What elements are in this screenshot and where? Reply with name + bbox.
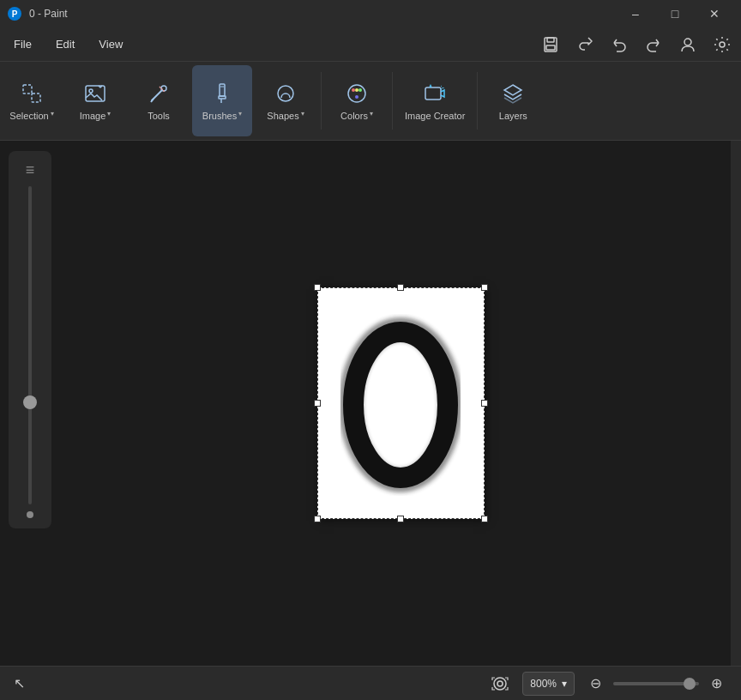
- handle-top-left[interactable]: [314, 284, 321, 291]
- user-button[interactable]: [672, 31, 703, 58]
- zoom-value: 800%: [530, 678, 557, 690]
- undo-icon: [611, 36, 628, 53]
- brushes-label: Brushes: [202, 111, 237, 121]
- title-bar-title: 0 - Paint: [29, 8, 609, 20]
- minimize-button[interactable]: –: [616, 0, 655, 27]
- zoom-slider-thumb[interactable]: [23, 395, 37, 409]
- handle-bottom-left[interactable]: [314, 516, 321, 522]
- app-icon: P: [7, 6, 22, 21]
- zoom-slider-track[interactable]: [28, 186, 32, 504]
- menu-view[interactable]: View: [88, 34, 133, 54]
- scrollbar-right[interactable]: [731, 141, 741, 666]
- zoom-slider-container: ≡: [9, 151, 51, 528]
- selection-icon-container: [20, 81, 44, 106]
- maximize-button[interactable]: □: [655, 0, 695, 27]
- image-label: Image: [80, 111, 106, 121]
- layers-label: Layers: [499, 111, 527, 121]
- zoom-dropdown-chevron: ▾: [562, 678, 567, 690]
- svg-rect-7: [23, 85, 32, 94]
- menu-file[interactable]: File: [3, 34, 42, 54]
- zoom-horizontal-thumb[interactable]: [684, 678, 696, 690]
- ribbon-group-layers[interactable]: Layers: [483, 65, 543, 136]
- ribbon-sep-2: [392, 72, 393, 130]
- colors-icon: [345, 81, 369, 106]
- brushes-chevron: ▾: [238, 110, 242, 118]
- ribbon-group-selection[interactable]: Selection ▾: [2, 65, 62, 136]
- canvas-area[interactable]: [60, 141, 741, 666]
- svg-point-19: [352, 88, 355, 92]
- handle-bottom-right[interactable]: [481, 516, 488, 522]
- undo-button[interactable]: [604, 31, 635, 58]
- image-creator-label: Image Creator: [405, 111, 465, 121]
- shapes-icon-container: [274, 81, 298, 106]
- tools-label: Tools: [148, 111, 170, 121]
- status-bar: ↖ 800% ▾ ⊖ ⊕: [0, 666, 741, 700]
- brushes-icon: [210, 81, 234, 106]
- shapes-icon: [274, 81, 298, 106]
- zoom-select[interactable]: 800% ▾: [522, 672, 575, 696]
- brushes-icon-container: [210, 81, 234, 106]
- image-icon: [83, 81, 107, 106]
- svg-point-6: [720, 42, 725, 47]
- selection-icon: [20, 81, 44, 106]
- ribbon-group-image-creator[interactable]: Image Creator: [398, 65, 472, 136]
- save-button[interactable]: [535, 31, 566, 58]
- zoom-plus-button[interactable]: ⊕: [706, 673, 727, 693]
- paint-canvas-wrapper: [317, 287, 485, 519]
- ribbon-group-colors[interactable]: Colors ▾: [327, 65, 387, 136]
- handle-top-right[interactable]: [481, 284, 488, 291]
- zoom-minus-button[interactable]: ⊖: [585, 673, 606, 693]
- gear-icon: [714, 36, 731, 53]
- svg-rect-3: [547, 38, 554, 42]
- menu-edit[interactable]: Edit: [45, 34, 85, 54]
- svg-rect-4: [546, 45, 555, 50]
- redo-button[interactable]: [638, 31, 669, 58]
- zoom-horizontal-slider[interactable]: [613, 682, 699, 685]
- svg-rect-8: [32, 94, 40, 102]
- svg-point-30: [497, 681, 503, 686]
- handle-top-middle[interactable]: [397, 284, 404, 291]
- close-button[interactable]: ✕: [695, 0, 734, 27]
- selection-chevron: ▾: [51, 110, 54, 118]
- share-button[interactable]: [569, 31, 600, 58]
- main-area: ≡: [0, 141, 741, 666]
- menu-bar: File Edit View: [0, 27, 741, 62]
- capture-icon: [491, 675, 509, 692]
- svg-rect-16: [219, 96, 226, 99]
- ribbon-group-shapes[interactable]: Shapes ▾: [256, 65, 316, 136]
- image-creator-icon-container: [423, 81, 447, 106]
- svg-point-28: [368, 351, 416, 447]
- shapes-chevron: ▾: [301, 110, 304, 118]
- image-creator-icon: [423, 81, 447, 106]
- menu-right-actions: [535, 31, 738, 58]
- tools-icon: [147, 81, 171, 106]
- handle-bottom-middle[interactable]: [397, 516, 404, 522]
- ribbon-group-brushes[interactable]: Brushes ▾: [192, 65, 252, 136]
- title-bar-controls: – □ ✕: [616, 0, 734, 27]
- ribbon-sep-3: [477, 72, 478, 130]
- ribbon-group-tools[interactable]: Tools: [129, 65, 189, 136]
- canvas-drawing: [317, 287, 485, 519]
- share-icon: [576, 36, 593, 53]
- title-bar: P 0 - Paint – □ ✕: [0, 0, 741, 27]
- paint-canvas[interactable]: [317, 287, 485, 519]
- cursor-icon: ↖: [14, 675, 25, 691]
- layers-icon: [501, 81, 525, 106]
- ribbon-group-image[interactable]: Image ▾: [65, 65, 125, 136]
- user-icon: [679, 36, 696, 53]
- svg-point-10: [89, 89, 93, 93]
- shapes-label: Shapes: [267, 111, 298, 121]
- svg-rect-17: [220, 86, 224, 88]
- settings-button[interactable]: [707, 31, 738, 58]
- svg-text:P: P: [12, 9, 18, 19]
- svg-line-13: [151, 99, 154, 102]
- svg-point-21: [355, 95, 358, 99]
- handle-middle-right[interactable]: [481, 400, 488, 407]
- colors-chevron: ▾: [370, 110, 373, 118]
- handle-middle-left[interactable]: [314, 400, 321, 407]
- redo-icon: [645, 36, 662, 53]
- ribbon-sep-1: [321, 72, 322, 130]
- image-icon-container: [83, 81, 107, 106]
- zoom-capture-button[interactable]: [488, 672, 512, 696]
- svg-rect-23: [425, 88, 441, 100]
